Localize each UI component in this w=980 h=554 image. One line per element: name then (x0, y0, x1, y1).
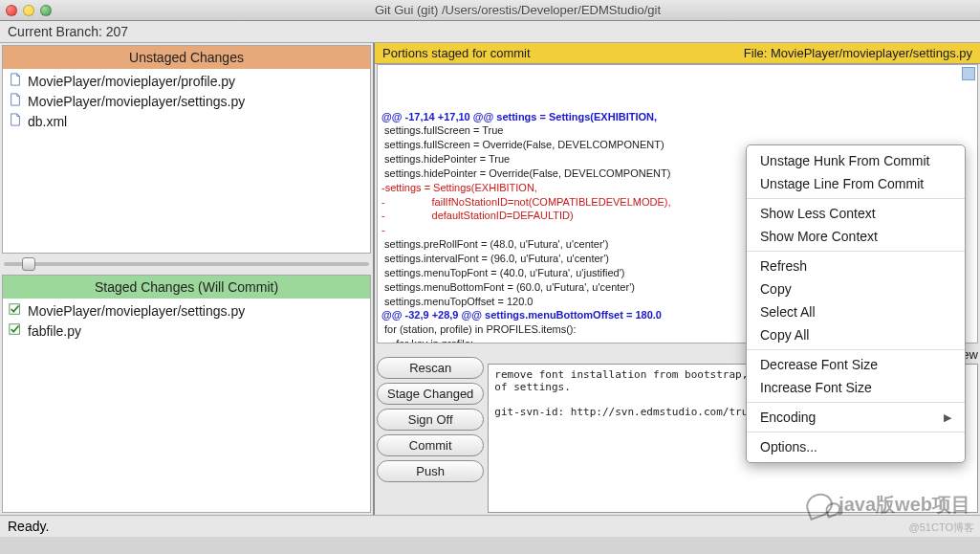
file-icon (9, 72, 22, 90)
checkmark-icon (9, 321, 22, 340)
context-menu-item[interactable]: Unstage Line From Commit (747, 172, 965, 195)
sign-off-button[interactable]: Sign Off (377, 409, 484, 431)
unstaged-file-row[interactable]: MoviePlayer/movieplayer/settings.py (5, 91, 368, 111)
staged-panel: Staged Changes (Will Commit) MoviePlayer… (2, 275, 371, 513)
menu-item-label: Options... (760, 439, 817, 454)
stage-changed-button[interactable]: Stage Changed (377, 383, 484, 405)
window-titlebar: Git Gui (git) /Users/orestis/Developer/E… (0, 0, 980, 21)
branch-bar: Current Branch: 207 (0, 21, 980, 43)
left-pane: Unstaged Changes MoviePlayer/movieplayer… (0, 43, 375, 515)
unstaged-header: Unstaged Changes (3, 46, 370, 69)
unstaged-panel: Unstaged Changes MoviePlayer/movieplayer… (2, 45, 371, 254)
file-path: MoviePlayer/movieplayer/settings.py (28, 303, 245, 319)
context-menu-item[interactable]: Increase Font Size (747, 376, 965, 399)
context-menu-item[interactable]: Copy All (747, 323, 965, 346)
submenu-arrow-icon: ▶ (944, 411, 951, 424)
context-menu-item[interactable]: Options... (747, 435, 965, 458)
menu-item-label: Copy All (760, 327, 809, 343)
scroll-corner-icon (962, 67, 975, 80)
menu-item-label: Increase Font Size (760, 380, 872, 395)
zoom-icon[interactable] (40, 5, 52, 16)
context-menu: Unstage Hunk From Commit Unstage Line Fr… (746, 144, 966, 463)
context-menu-item[interactable]: Select All (747, 300, 965, 323)
file-path: MoviePlayer/movieplayer/profile.py (28, 74, 235, 89)
menu-separator (747, 432, 965, 432)
menu-item-label: Copy (760, 281, 792, 297)
diff-header-left: Portions staged for commit (382, 46, 744, 60)
unstaged-file-row[interactable]: db.xml (5, 111, 368, 131)
file-icon (9, 112, 22, 130)
push-button[interactable]: Push (377, 460, 484, 482)
commit-button[interactable]: Commit (377, 434, 484, 456)
file-path: fabfile.py (28, 323, 81, 339)
menu-item-label: Show Less Context (760, 206, 876, 221)
file-icon (9, 92, 22, 110)
action-buttons: Rescan Stage Changed Sign Off Commit Pus… (377, 345, 484, 513)
traffic-lights (6, 5, 52, 16)
context-menu-item[interactable]: Unstage Hunk From Commit (747, 149, 965, 172)
file-path: MoviePlayer/movieplayer/settings.py (28, 94, 245, 109)
menu-separator (747, 349, 965, 350)
corner-credit: @51CTO博客 (909, 521, 974, 535)
branch-name: 207 (106, 24, 128, 39)
diff-header-file-label: File: (744, 46, 768, 60)
checkmark-icon (9, 301, 22, 320)
rescan-button[interactable]: Rescan (377, 357, 484, 379)
menu-item-label: Encoding (760, 410, 816, 425)
context-menu-item[interactable]: Show Less Context (747, 202, 965, 225)
staged-file-row[interactable]: fabfile.py (5, 321, 368, 341)
context-menu-item[interactable]: Decrease Font Size (747, 353, 965, 376)
close-icon[interactable] (6, 5, 17, 16)
diff-header-file-path: MoviePlayer/movieplayer/settings.py (771, 46, 972, 60)
menu-separator (747, 251, 965, 252)
menu-item-label: Show More Context (760, 229, 878, 244)
menu-item-label: Select All (760, 304, 816, 320)
split-slider[interactable] (4, 255, 369, 273)
diff-line[interactable]: @@ -17,14 +17,10 @@ settings = Settings(… (381, 110, 973, 124)
file-path: db.xml (28, 114, 67, 129)
context-menu-item[interactable]: Encoding ▶ (747, 406, 965, 429)
diff-header: Portions staged for commit File: MoviePl… (375, 43, 980, 64)
unstaged-file-row[interactable]: MoviePlayer/movieplayer/profile.py (5, 71, 368, 91)
menu-separator (747, 402, 965, 403)
branch-label: Current Branch: (8, 24, 102, 39)
menu-separator (747, 198, 965, 199)
context-menu-item[interactable]: Refresh (747, 255, 965, 277)
window-title: Git Gui (git) /Users/orestis/Developer/E… (61, 3, 974, 17)
context-menu-item[interactable]: Show More Context (747, 225, 965, 248)
menu-item-label: Unstage Line From Commit (760, 176, 924, 191)
staged-header: Staged Changes (Will Commit) (3, 276, 370, 299)
menu-item-label: Refresh (760, 258, 807, 274)
diff-line[interactable]: settings.fullScreen = True (381, 123, 973, 138)
staged-file-row[interactable]: MoviePlayer/movieplayer/settings.py (5, 300, 368, 321)
minimize-icon[interactable] (23, 5, 34, 16)
context-menu-item[interactable]: Copy (747, 277, 965, 300)
menu-item-label: Decrease Font Size (760, 357, 878, 372)
status-bar: Ready. (0, 515, 980, 537)
menu-item-label: Unstage Hunk From Commit (760, 153, 929, 168)
